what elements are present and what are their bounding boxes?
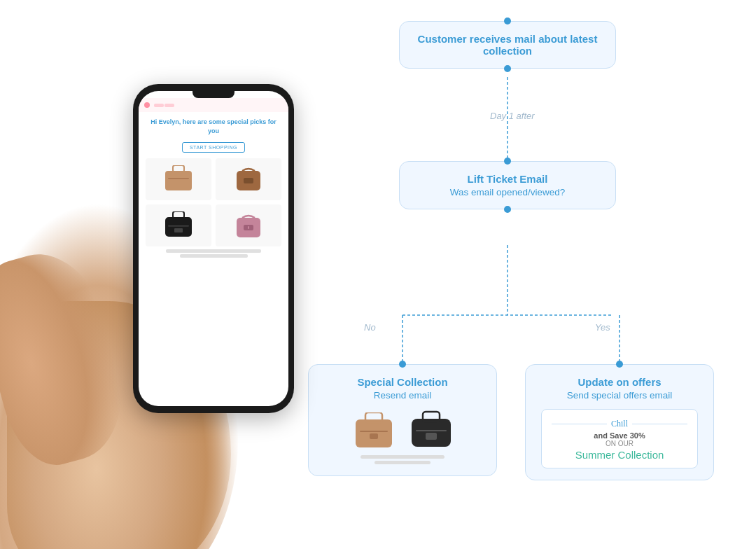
phone-screen: Hi Evelyn, here are some special picks f… bbox=[139, 91, 288, 406]
phone-bag-cell-1 bbox=[146, 158, 211, 200]
card-customer-mail: Customer receives mail about latest coll… bbox=[399, 21, 616, 69]
phone-bag-cell-3 bbox=[146, 204, 211, 246]
phone-greeting: Hi Evelyn, here are some special picks f… bbox=[146, 118, 281, 135]
svg-rect-12 bbox=[426, 433, 437, 440]
phone-bag-cell-2 bbox=[216, 158, 281, 200]
phone-bag-pink bbox=[232, 211, 265, 240]
phone-status-dot bbox=[144, 102, 150, 108]
svg-rect-18 bbox=[165, 217, 192, 237]
bag-illustrations-left bbox=[324, 409, 481, 451]
card-bl-title: Special Collection bbox=[324, 376, 481, 388]
connector-dot-middle-bottom bbox=[504, 206, 511, 213]
svg-rect-21 bbox=[174, 228, 183, 232]
card-top-title: Customer receives mail about latest coll… bbox=[415, 33, 600, 57]
svg-rect-24 bbox=[248, 226, 249, 229]
phone-label-bars bbox=[146, 249, 281, 258]
phone-notch bbox=[192, 91, 234, 98]
svg-rect-20 bbox=[168, 225, 189, 227]
phone-hand-area: Hi Evelyn, here are some special picks f… bbox=[0, 56, 315, 532]
divider-chill: Chill bbox=[552, 419, 687, 429]
progress-bars-left bbox=[324, 455, 481, 464]
svg-rect-8 bbox=[370, 433, 378, 439]
card-bl-subtitle: Resend email bbox=[324, 390, 481, 401]
save-text: and Save 30% bbox=[552, 431, 687, 440]
phone-bag-brown-structured bbox=[232, 165, 265, 193]
card-middle-subtitle: Was email opened/viewed? bbox=[415, 187, 600, 197]
yes-label: Yes bbox=[595, 322, 610, 333]
email-preview: Chill and Save 30% ON OUR Summer Collect… bbox=[541, 409, 698, 468]
phone-bag-cell-4 bbox=[216, 204, 281, 246]
on-our-text: ON OUR bbox=[552, 440, 687, 447]
card-middle-title: Lift Ticket Email bbox=[415, 173, 600, 185]
card-br-subtitle: Send special offers email bbox=[541, 390, 698, 401]
phone-status-bar-1 bbox=[154, 104, 164, 107]
phone-header bbox=[139, 98, 288, 112]
connector-dot-top bbox=[504, 18, 511, 25]
day-label: Day 1 after bbox=[490, 111, 535, 121]
phone-content: Hi Evelyn, here are some special picks f… bbox=[139, 112, 288, 263]
svg-rect-11 bbox=[416, 430, 447, 431]
bag-black bbox=[407, 409, 455, 451]
card-br-title: Update on offers bbox=[541, 376, 698, 388]
connector-dot-top-bottom bbox=[504, 65, 511, 72]
phone-mockup: Hi Evelyn, here are some special picks f… bbox=[133, 84, 294, 413]
flow-diagram: Customer receives mail about latest coll… bbox=[294, 21, 728, 532]
phone-status-bars bbox=[154, 104, 174, 107]
card-special-collection: Special Collection Resend email bbox=[308, 364, 497, 476]
connector-dot-middle-top bbox=[504, 158, 511, 165]
phone-status-bar-2 bbox=[164, 104, 174, 107]
connector-dot-br-top bbox=[616, 361, 623, 368]
connector-dot-bl-top bbox=[399, 361, 406, 368]
card-update-offers: Update on offers Send special offers ema… bbox=[525, 364, 714, 480]
bag-tan bbox=[350, 412, 398, 451]
phone-bag-tan-tote bbox=[162, 165, 195, 193]
svg-rect-13 bbox=[165, 171, 192, 190]
no-label: No bbox=[364, 322, 376, 333]
phone-bags-grid bbox=[146, 158, 281, 246]
svg-rect-7 bbox=[360, 431, 388, 432]
phone-start-shopping-btn[interactable]: START SHOPPING bbox=[182, 142, 245, 153]
phone-bag-black-structured bbox=[162, 211, 195, 239]
card-lift-ticket: Lift Ticket Email Was email opened/viewe… bbox=[399, 161, 616, 209]
summer-text: Summer Collection bbox=[552, 449, 687, 461]
svg-rect-15 bbox=[168, 178, 189, 179]
chill-text: Chill bbox=[607, 419, 632, 429]
svg-rect-17 bbox=[244, 178, 253, 183]
